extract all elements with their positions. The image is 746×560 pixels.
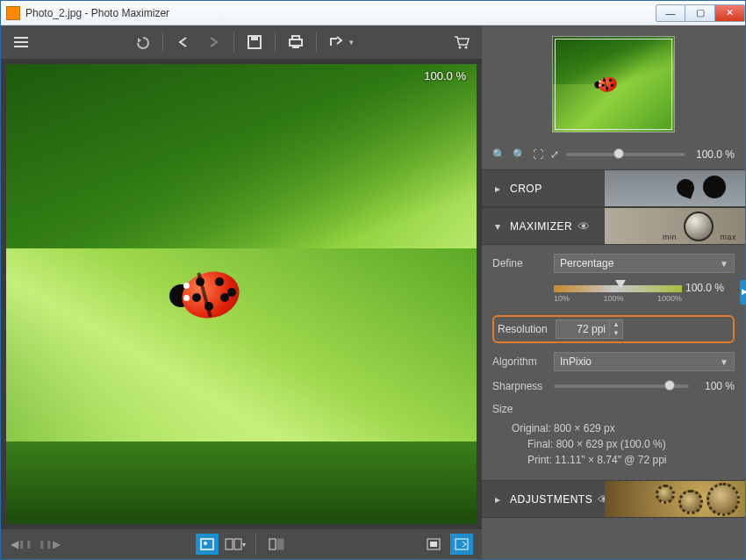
- resolution-row: Resolution 72 ppi ▲ ▼: [492, 315, 735, 343]
- svg-rect-9: [226, 539, 233, 549]
- size-print: Print: 11.11" × 8.74" @ 72 ppi: [492, 452, 735, 468]
- svg-rect-7: [201, 539, 213, 549]
- actual-size-button[interactable]: [450, 534, 473, 555]
- export-button[interactable]: ▾: [324, 30, 357, 54]
- chevron-right-icon: ▸: [492, 493, 503, 506]
- prev-image-button[interactable]: ◀❚❚: [10, 534, 32, 555]
- fit-button[interactable]: [422, 534, 445, 555]
- maximizer-panel: ▾ MAXIMIZER 👁 min max Define Percentage: [482, 207, 745, 480]
- sharpness-value: 100 %: [696, 380, 735, 392]
- sharpness-row: Sharpness 100 %: [492, 380, 735, 392]
- cart-button[interactable]: [448, 30, 475, 54]
- hamburger-icon: [13, 36, 29, 48]
- compare-icon: [269, 538, 284, 550]
- view-split-button[interactable]: ▾: [224, 534, 247, 555]
- image-canvas[interactable]: 100.0 %: [6, 64, 477, 524]
- svg-rect-14: [430, 542, 437, 547]
- size-original: Original: 800 × 629 px: [492, 420, 735, 436]
- fit-screen-icon[interactable]: ⛶: [533, 148, 543, 161]
- navigator-zoom-value: 100.0 %: [692, 148, 735, 161]
- tick-100: 100%: [603, 294, 623, 303]
- zoom-in-icon[interactable]: 🔍: [513, 148, 526, 161]
- menu-button[interactable]: [8, 30, 34, 54]
- chevron-right-icon: ▶: [53, 538, 61, 550]
- navigator-thumbnail[interactable]: [552, 36, 675, 133]
- spin-up-button[interactable]: ▲: [610, 320, 622, 329]
- resolution-label: Resolution: [498, 323, 549, 335]
- adjustments-header[interactable]: ▸ ADJUSTMENTS 👁: [482, 481, 745, 518]
- maximizer-body: Define Percentage ▼ 10% 100%: [482, 245, 745, 480]
- save-icon: [247, 34, 262, 50]
- view-single-button[interactable]: [196, 534, 219, 555]
- crop-header-graphic: [605, 170, 745, 206]
- crop-title: CROP: [510, 183, 542, 195]
- actual-icon: [455, 538, 469, 550]
- chevron-left-icon: ◀: [11, 538, 18, 550]
- window-controls: — ▢ ✕: [656, 4, 745, 22]
- maximizer-header[interactable]: ▾ MAXIMIZER 👁 min max: [482, 208, 745, 245]
- maximizer-header-graphic: min max: [605, 208, 745, 244]
- dial-max-label: max: [720, 233, 736, 241]
- svg-point-5: [459, 47, 462, 49]
- left-pane: ▾: [1, 25, 482, 559]
- navigator-zoom-row: 🔍 🔍 ⛶ ⤢ 100.0 %: [482, 143, 745, 169]
- percentage-value: 100.0 %: [685, 282, 724, 294]
- define-label: Define: [492, 257, 547, 269]
- maximizer-title: MAXIMIZER: [510, 220, 572, 233]
- resolution-input[interactable]: 72 ppi ▲ ▼: [556, 319, 623, 339]
- panel-collapse-handle[interactable]: ▶: [740, 280, 746, 305]
- close-button[interactable]: ✕: [715, 4, 745, 22]
- save-button[interactable]: [241, 30, 268, 54]
- top-toolbar: ▾: [1, 25, 482, 59]
- right-panel: ▶ 🔍 🔍 ⛶ ⤢ 100.0 %: [482, 25, 745, 559]
- svg-rect-1: [251, 36, 258, 40]
- algorithm-dropdown[interactable]: InPixio ▼: [554, 352, 735, 371]
- maximize-button[interactable]: ▢: [685, 4, 715, 22]
- chevron-right-icon: ▸: [492, 183, 503, 195]
- define-value: Percentage: [560, 257, 613, 269]
- back-button[interactable]: [170, 30, 197, 54]
- visibility-icon[interactable]: 👁: [577, 219, 591, 233]
- percentage-slider[interactable]: 10% 100% 1000%: [554, 282, 682, 306]
- adjustments-title: ADJUSTMENTS: [510, 493, 592, 506]
- print-button[interactable]: [283, 30, 309, 54]
- svg-rect-2: [290, 39, 302, 46]
- algorithm-label: Algorithm: [492, 355, 547, 368]
- dial-min-label: min: [663, 233, 677, 241]
- svg-rect-3: [292, 36, 299, 39]
- compare-button[interactable]: [265, 534, 288, 555]
- algorithm-value: InPixio: [560, 355, 592, 368]
- next-image-button[interactable]: ❚❚▶: [38, 534, 61, 555]
- print-icon: [287, 34, 305, 50]
- zoom-out-icon[interactable]: 🔍: [492, 148, 506, 161]
- svg-point-6: [465, 47, 468, 49]
- sharpness-slider[interactable]: [554, 384, 689, 388]
- navigator-zoom-slider[interactable]: [566, 153, 685, 156]
- minimize-button[interactable]: —: [656, 4, 685, 22]
- photo: [6, 64, 477, 524]
- one-to-one-icon[interactable]: ⤢: [550, 148, 559, 161]
- app-icon: [6, 6, 20, 20]
- undo-button[interactable]: [129, 30, 155, 54]
- undo-icon: [134, 35, 150, 49]
- app-window: Photo_2.jpg - Photo Maximizer — ▢ ✕: [0, 0, 746, 560]
- chevron-down-icon: ▼: [720, 259, 728, 269]
- adjustments-header-graphic: [605, 481, 745, 517]
- crop-panel: ▸ CROP: [482, 169, 745, 207]
- split-view-icon: [225, 538, 242, 550]
- forward-button[interactable]: [200, 30, 226, 54]
- svg-point-8: [204, 542, 207, 545]
- main-area: ▾: [1, 25, 745, 559]
- svg-rect-11: [269, 539, 276, 549]
- adjustments-panel: ▸ ADJUSTMENTS 👁: [482, 480, 745, 518]
- cart-icon: [453, 34, 470, 50]
- size-header: Size: [492, 403, 735, 415]
- chevron-down-icon: ▾: [492, 220, 503, 233]
- define-dropdown[interactable]: Percentage ▼: [554, 254, 735, 273]
- spin-down-button[interactable]: ▼: [610, 329, 622, 338]
- crop-header[interactable]: ▸ CROP: [482, 170, 745, 207]
- resolution-value: 72 ppi: [556, 323, 609, 335]
- tick-1000: 1000%: [657, 294, 682, 303]
- size-info: Size Original: 800 × 629 px Final: 800 ×…: [492, 403, 735, 468]
- svg-rect-10: [234, 539, 241, 549]
